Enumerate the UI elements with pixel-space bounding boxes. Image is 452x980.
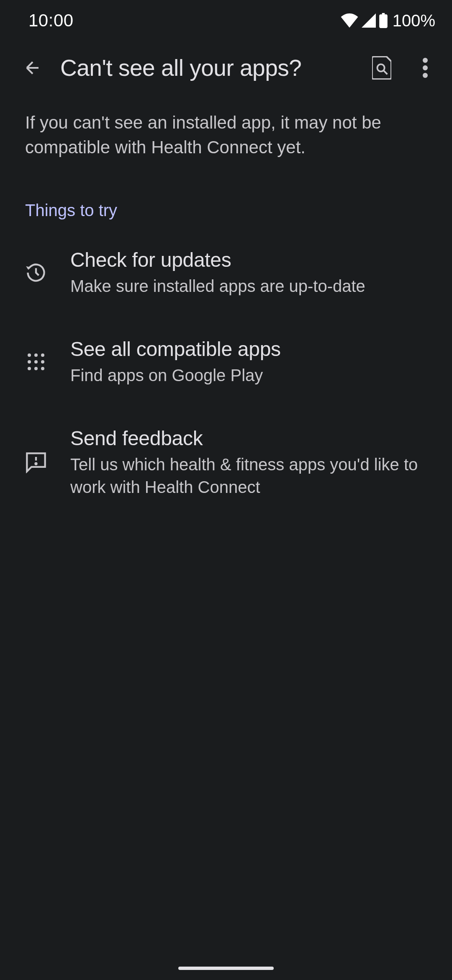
list-item-content: Send feedback Tell us which health & fit… [70,427,427,498]
wifi-icon [341,13,358,28]
svg-point-0 [377,64,384,71]
section-header: Things to try [0,168,452,228]
list-item-subtitle: Make sure installed apps are up-to-date [70,275,427,297]
status-icons: 100% [341,11,435,30]
more-options-button[interactable] [413,56,437,80]
battery-percentage: 100% [393,11,435,30]
more-vert-icon [423,58,428,78]
back-button[interactable] [20,55,45,80]
svg-point-6 [35,463,36,464]
page-title: Can't see all your apps? [60,54,355,81]
status-time: 10:00 [28,10,74,31]
list-item-content: Check for updates Make sure installed ap… [70,248,427,297]
status-bar: 10:00 100% [0,0,452,38]
list-item-title: See all compatible apps [70,338,427,361]
intro-text: If you can't see an installed app, it ma… [0,94,452,168]
list-item-title: Check for updates [70,248,427,271]
list-item-send-feedback[interactable]: Send feedback Tell us which health & fit… [0,407,452,518]
svg-line-1 [384,71,388,75]
list-item-subtitle: Find apps on Google Play [70,364,427,387]
history-icon [25,262,47,284]
apps-icon [25,351,47,373]
list-item-check-updates[interactable]: Check for updates Make sure installed ap… [0,228,452,317]
gesture-bar[interactable] [178,967,274,970]
svg-point-2 [423,58,428,63]
find-in-page-button[interactable] [370,56,393,80]
svg-point-4 [423,73,428,78]
list-item-content: See all compatible apps Find apps on Goo… [70,338,427,387]
list-item-subtitle: Tell us which health & fitness apps you'… [70,453,427,498]
app-bar-actions [370,56,437,80]
find-in-page-icon [372,56,391,80]
arrow-back-icon [23,58,43,78]
cellular-icon [362,13,376,28]
list-item-title: Send feedback [70,427,427,450]
battery-icon [379,13,388,28]
svg-point-3 [423,65,428,70]
app-bar: Can't see all your apps? [0,38,452,94]
feedback-icon [25,451,47,473]
list-item-compatible-apps[interactable]: See all compatible apps Find apps on Goo… [0,317,452,407]
